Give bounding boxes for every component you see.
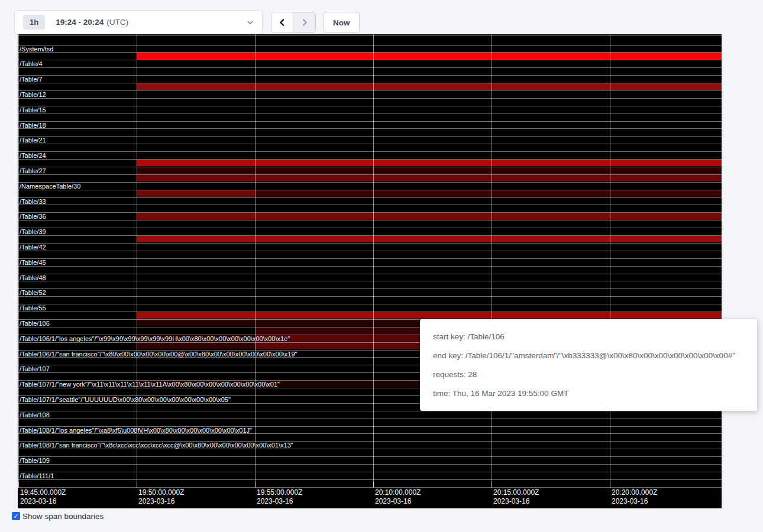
grid-line-horizontal (18, 228, 722, 228)
axis-time-label: 20:20:00.000Z (612, 489, 657, 497)
grid-line-horizontal (18, 456, 722, 457)
grid-line-horizontal (18, 258, 722, 259)
row-label: /Table/39 (20, 229, 46, 235)
grid-line-horizontal (18, 220, 722, 220)
grid-line-horizontal (18, 151, 722, 152)
grid-line-horizontal (18, 121, 722, 122)
heat-band[interactable] (137, 213, 722, 220)
grid-line-horizontal (18, 487, 722, 488)
chevron-down-icon (247, 19, 254, 26)
tooltip-time: time: Thu, 16 Mar 2023 19:55:00 GMT (433, 389, 744, 398)
tooltip-end-key: end key: /Table/106/1/"amsterdam"/"\xb33… (433, 351, 744, 360)
heat-band[interactable] (137, 190, 255, 197)
row-label: /Table/42 (20, 244, 46, 251)
row-label: /Table/106 (20, 320, 50, 327)
axis-date-label: 2023-03-16 (493, 498, 529, 505)
row-label: /Table/108/1/"san francisco"/"\x8c\xcc\x… (20, 442, 293, 449)
row-label: /Table/52 (20, 290, 46, 296)
time-range-text: 19:24 - 20:24 (56, 18, 104, 27)
grid-line-horizontal (18, 60, 722, 60)
grid-line-horizontal (18, 144, 722, 144)
chevron-left-icon (277, 18, 287, 27)
axis-tick (255, 482, 256, 488)
row-label: /Table/18 (20, 122, 46, 129)
row-label: /Table/33 (20, 199, 46, 205)
show-span-boundaries-label: Show span boundaries (22, 512, 104, 521)
next-interval-button[interactable] (293, 12, 315, 33)
axis-time-label: 19:55:00.000Z (257, 489, 302, 497)
heat-band[interactable] (137, 342, 255, 349)
grid-line-horizontal (18, 197, 722, 198)
axis-date-label: 2023-03-16 (138, 498, 174, 505)
chevron-right-icon (300, 18, 309, 27)
heat-band[interactable] (137, 53, 722, 60)
hover-tooltip: start key: /Table/106 end key: /Table/10… (420, 319, 757, 411)
axis-date-label: 2023-03-16 (375, 498, 411, 505)
grid-line-horizontal (18, 136, 722, 137)
grid-line-horizontal (18, 35, 722, 36)
grid-line-horizontal (18, 449, 722, 449)
heat-band[interactable] (137, 160, 722, 167)
grid-line-horizontal (18, 235, 722, 236)
axis-tick (492, 482, 492, 488)
heat-band[interactable] (137, 83, 722, 90)
grid-line-horizontal (18, 190, 722, 190)
axis-tick (18, 482, 19, 488)
grid-line-vertical (373, 34, 374, 487)
grid-line-vertical (255, 34, 256, 487)
axis-time-label: 20:10:00.000Z (375, 489, 421, 497)
row-label: /NamespaceTable/30 (20, 183, 80, 190)
axis-date-label: 2023-03-16 (257, 498, 293, 505)
axis-time-label: 20:15:00.000Z (493, 489, 539, 497)
tooltip-start-key: start key: /Table/106 (433, 332, 744, 341)
row-label: /Table/45 (20, 259, 46, 266)
previous-interval-button[interactable] (271, 12, 293, 33)
heat-band[interactable] (137, 167, 722, 174)
heat-band[interactable] (255, 190, 722, 197)
grid-line-horizontal (18, 251, 722, 251)
grid-line-horizontal (18, 243, 722, 244)
row-label: /Table/21 (20, 137, 46, 144)
time-preset-badge: 1h (23, 15, 45, 30)
grid-line-horizontal (18, 464, 722, 465)
grid-line-horizontal (18, 266, 722, 267)
key-visualizer-heatmap[interactable]: /System/tsd/Table/4/Table/7/Table/12/Tab… (18, 34, 722, 508)
heat-band[interactable] (137, 174, 722, 181)
show-span-boundaries-checkbox[interactable]: ✓ (12, 512, 20, 520)
heat-band[interactable] (137, 236, 722, 243)
row-label: /Table/27 (20, 168, 46, 174)
time-range-select[interactable]: 1h 19:24 - 20:24 (UTC) (14, 10, 263, 34)
tooltip-requests: requests: 28 (433, 370, 744, 379)
grid-line-horizontal (18, 472, 722, 472)
row-label: /Table/109 (20, 458, 50, 464)
grid-line-horizontal (18, 167, 722, 167)
grid-line-vertical (18, 34, 19, 487)
axis-tick (373, 482, 374, 488)
axis-date-label: 2023-03-16 (20, 498, 56, 505)
row-label: /Table/107/1/"new york"/"\x11\x11\x11\x1… (20, 381, 280, 388)
axis-date-label: 2023-03-16 (612, 498, 648, 505)
grid-line-horizontal (18, 67, 722, 68)
grid-line-horizontal (18, 45, 722, 46)
row-label: /Table/48 (20, 275, 46, 281)
row-label: /Table/108/1/"los angeles"/"\xa8\xf5\u00… (20, 427, 252, 434)
span-boundaries-row: ✓ Show span boundaries (12, 512, 104, 521)
grid-line-horizontal (18, 281, 722, 281)
row-label: /Table/12 (20, 92, 46, 98)
grid-line-horizontal (18, 304, 722, 304)
heat-band[interactable] (137, 312, 722, 319)
row-label: /Table/107 (20, 366, 50, 372)
axis-time-label: 19:50:00.000Z (138, 489, 184, 497)
now-button[interactable]: Now (324, 12, 360, 33)
grid-line-horizontal (18, 419, 722, 419)
row-label: /Table/55 (20, 305, 46, 312)
row-label: /Table/7 (20, 76, 43, 83)
row-label: /Table/106/1/"los angeles"/"\x99\x99\x99… (20, 336, 290, 342)
grid-line-horizontal (18, 288, 722, 289)
grid-line-horizontal (18, 479, 722, 480)
grid-line-horizontal (18, 98, 722, 99)
row-label: /Table/108 (20, 412, 50, 419)
grid-line-horizontal (18, 75, 722, 76)
grid-line-horizontal (18, 159, 722, 160)
grid-line-vertical (492, 34, 492, 487)
